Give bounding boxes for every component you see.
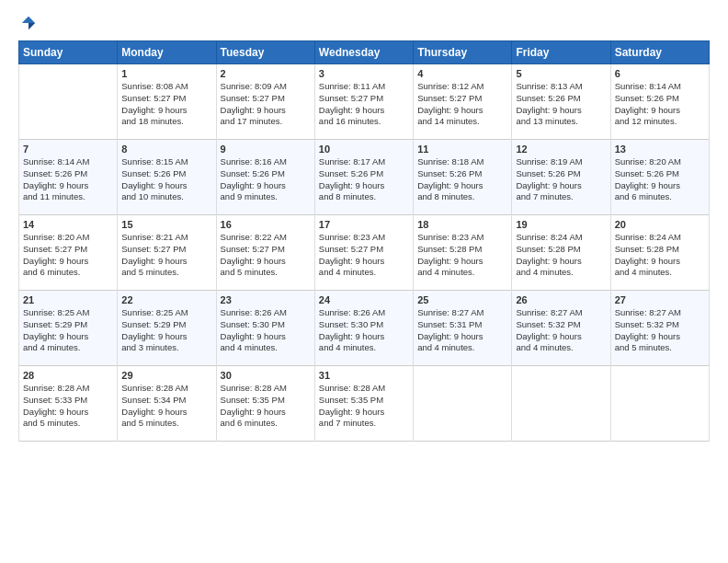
day-number: 28 xyxy=(23,370,113,381)
day-number: 27 xyxy=(615,294,705,305)
calendar-cell: 12Sunrise: 8:19 AM Sunset: 5:26 PM Dayli… xyxy=(512,140,610,215)
day-info: Sunrise: 8:24 AM Sunset: 5:28 PM Dayligh… xyxy=(516,232,606,279)
day-number: 8 xyxy=(121,144,211,155)
calendar-cell: 2Sunrise: 8:09 AM Sunset: 5:27 PM Daylig… xyxy=(216,64,314,140)
calendar-week-row: 14Sunrise: 8:20 AM Sunset: 5:27 PM Dayli… xyxy=(19,215,710,291)
col-header-thursday: Thursday xyxy=(414,41,512,64)
svg-marker-1 xyxy=(28,23,35,29)
day-info: Sunrise: 8:19 AM Sunset: 5:26 PM Dayligh… xyxy=(516,156,606,203)
calendar-cell: 10Sunrise: 8:17 AM Sunset: 5:26 PM Dayli… xyxy=(314,140,413,215)
calendar-cell: 8Sunrise: 8:15 AM Sunset: 5:26 PM Daylig… xyxy=(118,140,216,215)
col-header-friday: Friday xyxy=(512,41,610,64)
col-header-wednesday: Wednesday xyxy=(314,41,413,64)
day-info: Sunrise: 8:16 AM Sunset: 5:26 PM Dayligh… xyxy=(221,156,311,203)
calendar-cell: 28Sunrise: 8:28 AM Sunset: 5:33 PM Dayli… xyxy=(19,366,118,442)
calendar-cell: 31Sunrise: 8:28 AM Sunset: 5:35 PM Dayli… xyxy=(314,366,413,442)
day-number: 12 xyxy=(516,144,606,155)
day-number: 31 xyxy=(319,370,409,381)
calendar-week-row: 28Sunrise: 8:28 AM Sunset: 5:33 PM Dayli… xyxy=(19,366,710,442)
day-info: Sunrise: 8:28 AM Sunset: 5:33 PM Dayligh… xyxy=(23,383,113,430)
day-number: 29 xyxy=(121,370,211,381)
calendar-cell: 9Sunrise: 8:16 AM Sunset: 5:26 PM Daylig… xyxy=(216,140,314,215)
calendar-cell xyxy=(512,366,610,442)
day-number: 1 xyxy=(121,68,211,79)
calendar-cell: 14Sunrise: 8:20 AM Sunset: 5:27 PM Dayli… xyxy=(19,215,118,291)
calendar-cell: 30Sunrise: 8:28 AM Sunset: 5:35 PM Dayli… xyxy=(216,366,314,442)
calendar-cell: 15Sunrise: 8:21 AM Sunset: 5:27 PM Dayli… xyxy=(118,215,216,291)
calendar-table: SundayMondayTuesdayWednesdayThursdayFrid… xyxy=(18,40,710,442)
day-number: 7 xyxy=(23,144,113,155)
day-number: 22 xyxy=(121,294,211,305)
day-info: Sunrise: 8:12 AM Sunset: 5:27 PM Dayligh… xyxy=(417,81,507,128)
calendar-cell: 21Sunrise: 8:25 AM Sunset: 5:29 PM Dayli… xyxy=(19,291,118,366)
day-number: 6 xyxy=(615,68,705,79)
day-info: Sunrise: 8:28 AM Sunset: 5:35 PM Dayligh… xyxy=(221,383,311,430)
day-number: 10 xyxy=(319,144,409,155)
day-info: Sunrise: 8:14 AM Sunset: 5:26 PM Dayligh… xyxy=(23,156,113,203)
day-info: Sunrise: 8:09 AM Sunset: 5:27 PM Dayligh… xyxy=(221,81,311,128)
calendar-cell xyxy=(414,366,512,442)
day-info: Sunrise: 8:25 AM Sunset: 5:29 PM Dayligh… xyxy=(121,307,211,354)
calendar-cell: 6Sunrise: 8:14 AM Sunset: 5:26 PM Daylig… xyxy=(610,64,709,140)
day-info: Sunrise: 8:27 AM Sunset: 5:32 PM Dayligh… xyxy=(615,307,705,354)
day-info: Sunrise: 8:08 AM Sunset: 5:27 PM Dayligh… xyxy=(121,81,211,128)
day-number: 23 xyxy=(221,294,311,305)
day-info: Sunrise: 8:28 AM Sunset: 5:35 PM Dayligh… xyxy=(319,383,409,430)
day-info: Sunrise: 8:14 AM Sunset: 5:26 PM Dayligh… xyxy=(615,81,705,128)
day-number: 2 xyxy=(221,68,311,79)
logo-icon xyxy=(20,15,37,31)
col-header-saturday: Saturday xyxy=(610,41,709,64)
day-info: Sunrise: 8:26 AM Sunset: 5:30 PM Dayligh… xyxy=(319,307,409,354)
day-number: 14 xyxy=(23,219,113,230)
day-info: Sunrise: 8:22 AM Sunset: 5:27 PM Dayligh… xyxy=(221,232,311,279)
day-info: Sunrise: 8:26 AM Sunset: 5:30 PM Dayligh… xyxy=(221,307,311,354)
day-info: Sunrise: 8:25 AM Sunset: 5:29 PM Dayligh… xyxy=(23,307,113,354)
day-info: Sunrise: 8:21 AM Sunset: 5:27 PM Dayligh… xyxy=(121,232,211,279)
day-number: 20 xyxy=(615,219,705,230)
logo xyxy=(18,15,37,31)
header xyxy=(18,15,710,31)
calendar-header-row: SundayMondayTuesdayWednesdayThursdayFrid… xyxy=(19,41,710,64)
day-info: Sunrise: 8:27 AM Sunset: 5:32 PM Dayligh… xyxy=(516,307,606,354)
day-number: 5 xyxy=(516,68,606,79)
page-container: SundayMondayTuesdayWednesdayThursdayFrid… xyxy=(0,0,728,451)
calendar-cell: 29Sunrise: 8:28 AM Sunset: 5:34 PM Dayli… xyxy=(118,366,216,442)
calendar-cell: 24Sunrise: 8:26 AM Sunset: 5:30 PM Dayli… xyxy=(314,291,413,366)
day-number: 25 xyxy=(417,294,507,305)
day-number: 3 xyxy=(319,68,409,79)
day-info: Sunrise: 8:11 AM Sunset: 5:27 PM Dayligh… xyxy=(319,81,409,128)
calendar-week-row: 1Sunrise: 8:08 AM Sunset: 5:27 PM Daylig… xyxy=(19,64,710,140)
day-number: 16 xyxy=(221,219,311,230)
day-info: Sunrise: 8:23 AM Sunset: 5:27 PM Dayligh… xyxy=(319,232,409,279)
day-info: Sunrise: 8:20 AM Sunset: 5:26 PM Dayligh… xyxy=(615,156,705,203)
calendar-cell: 13Sunrise: 8:20 AM Sunset: 5:26 PM Dayli… xyxy=(610,140,709,215)
calendar-cell: 1Sunrise: 8:08 AM Sunset: 5:27 PM Daylig… xyxy=(118,64,216,140)
day-number: 19 xyxy=(516,219,606,230)
day-number: 24 xyxy=(319,294,409,305)
day-number: 21 xyxy=(23,294,113,305)
calendar-cell: 26Sunrise: 8:27 AM Sunset: 5:32 PM Dayli… xyxy=(512,291,610,366)
calendar-cell: 22Sunrise: 8:25 AM Sunset: 5:29 PM Dayli… xyxy=(118,291,216,366)
calendar-cell: 4Sunrise: 8:12 AM Sunset: 5:27 PM Daylig… xyxy=(414,64,512,140)
day-number: 30 xyxy=(221,370,311,381)
calendar-week-row: 21Sunrise: 8:25 AM Sunset: 5:29 PM Dayli… xyxy=(19,291,710,366)
day-info: Sunrise: 8:17 AM Sunset: 5:26 PM Dayligh… xyxy=(319,156,409,203)
day-info: Sunrise: 8:15 AM Sunset: 5:26 PM Dayligh… xyxy=(121,156,211,203)
calendar-cell xyxy=(610,366,709,442)
calendar-cell: 7Sunrise: 8:14 AM Sunset: 5:26 PM Daylig… xyxy=(19,140,118,215)
day-number: 4 xyxy=(417,68,507,79)
col-header-sunday: Sunday xyxy=(19,41,118,64)
day-number: 17 xyxy=(319,219,409,230)
calendar-cell: 23Sunrise: 8:26 AM Sunset: 5:30 PM Dayli… xyxy=(216,291,314,366)
day-number: 15 xyxy=(121,219,211,230)
day-info: Sunrise: 8:23 AM Sunset: 5:28 PM Dayligh… xyxy=(417,232,507,279)
calendar-cell: 17Sunrise: 8:23 AM Sunset: 5:27 PM Dayli… xyxy=(314,215,413,291)
day-number: 13 xyxy=(615,144,705,155)
day-info: Sunrise: 8:13 AM Sunset: 5:26 PM Dayligh… xyxy=(516,81,606,128)
col-header-monday: Monday xyxy=(118,41,216,64)
day-info: Sunrise: 8:18 AM Sunset: 5:26 PM Dayligh… xyxy=(417,156,507,203)
calendar-cell: 11Sunrise: 8:18 AM Sunset: 5:26 PM Dayli… xyxy=(414,140,512,215)
calendar-cell xyxy=(19,64,118,140)
svg-marker-0 xyxy=(22,17,35,23)
day-number: 11 xyxy=(417,144,507,155)
